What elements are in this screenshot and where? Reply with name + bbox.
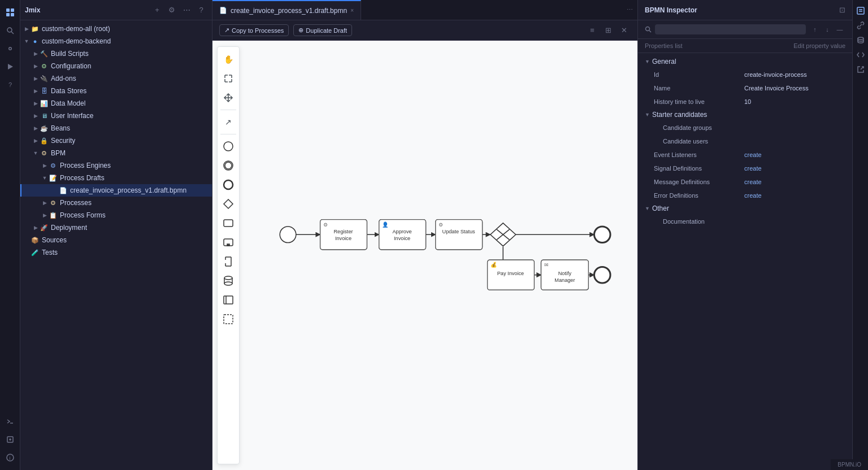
search-prev-button[interactable]: ↑ bbox=[809, 24, 821, 35]
settings-button[interactable]: ⚙ bbox=[166, 4, 178, 16]
section-chevron-general: ▼ bbox=[645, 59, 650, 64]
chevron-icon: ▶ bbox=[32, 75, 40, 82]
end-event-top[interactable] bbox=[594, 227, 610, 243]
close-canvas-button[interactable]: ✕ bbox=[617, 24, 631, 37]
tab-create-invoice[interactable]: 📄 create_invoice_process_v1.draft.bpmn × bbox=[212, 0, 361, 20]
sidebar-icon-deploy[interactable] bbox=[2, 432, 18, 447]
code-icon[interactable] bbox=[854, 49, 867, 61]
tree-item-configuration[interactable]: ▶ ⚙ Configuration bbox=[20, 60, 212, 72]
section-starter-candidates[interactable]: ▼ Starter candidates bbox=[638, 108, 852, 121]
diagram-area[interactable]: ⚙ Register Register Invoice 👤 Approve Ap… bbox=[245, 41, 637, 470]
tree-item-data-stores[interactable]: ▶ 🗄 Data Stores bbox=[20, 85, 212, 97]
tab-close-button[interactable]: × bbox=[350, 7, 354, 14]
grid-view-button[interactable]: ⊞ bbox=[601, 24, 615, 37]
tree-item-custom-demo-backend[interactable]: ▼ ● custom-demo-backend bbox=[20, 35, 212, 47]
tree-item-process-drafts[interactable]: ▼ 📝 Process Drafts bbox=[20, 172, 212, 184]
inspector-expand-icon[interactable]: ⊡ bbox=[839, 6, 845, 14]
tree-item-label: Deployment bbox=[51, 224, 87, 232]
tool-task[interactable] bbox=[219, 214, 237, 232]
inspector-search-input[interactable] bbox=[655, 24, 806, 34]
svg-point-38 bbox=[224, 276, 232, 280]
chevron-icon: ▶ bbox=[32, 87, 40, 95]
tab-overflow-button[interactable]: ⋯ bbox=[622, 6, 637, 14]
prop-message-definitions-row: Message Definitions create bbox=[638, 175, 852, 189]
link-icon[interactable] bbox=[854, 19, 867, 32]
tool-marquee[interactable] bbox=[219, 310, 237, 328]
sidebar-icon-terminal[interactable] bbox=[2, 414, 18, 429]
svg-line-93 bbox=[649, 31, 651, 32]
help-button[interactable]: ? bbox=[195, 4, 207, 16]
svg-text:👤: 👤 bbox=[382, 221, 389, 228]
processes-icon: ⚙ bbox=[49, 198, 58, 207]
sidebar-icon-run[interactable] bbox=[2, 59, 18, 75]
prop-message-definitions-link[interactable]: create bbox=[744, 179, 762, 185]
prop-signal-definitions-label: Signal Definitions bbox=[654, 165, 744, 172]
external-link-icon[interactable] bbox=[854, 63, 867, 76]
tool-move[interactable] bbox=[219, 89, 237, 107]
svg-rect-2 bbox=[6, 13, 10, 16]
search-next-button[interactable]: ↓ bbox=[822, 24, 833, 35]
tool-hand[interactable]: ✋ bbox=[219, 50, 237, 68]
tree-item-addons[interactable]: ▶ 🔌 Add-ons bbox=[20, 72, 212, 85]
tree-item-bpm[interactable]: ▼ ⚙ BPM bbox=[20, 147, 212, 159]
tree-item-process-engines[interactable]: ▶ ⚙ Process Engines bbox=[20, 159, 212, 172]
svg-text:💰: 💰 bbox=[491, 262, 497, 268]
tree-item-create-invoice-bpmn[interactable]: 📄 create_invoice_process_v1.draft.bpmn bbox=[20, 184, 212, 197]
tool-start-event[interactable] bbox=[219, 137, 237, 155]
prop-event-listeners-link[interactable]: create bbox=[744, 151, 762, 158]
tree-item-user-interface[interactable]: ▶ 🖥 User Interface bbox=[20, 110, 212, 122]
tree-sidebar: Jmix + ⚙ ⋯ ? ▶ 📁 custom-demo-all (root) … bbox=[20, 0, 212, 470]
more-button[interactable]: ⋯ bbox=[180, 4, 193, 16]
chevron-icon: ▶ bbox=[41, 211, 49, 219]
tree-item-security[interactable]: ▶ 🔒 Security bbox=[20, 134, 212, 147]
tree-item-data-model[interactable]: ▶ 📊 Data Model bbox=[20, 97, 212, 110]
tool-annotation[interactable] bbox=[219, 253, 237, 271]
tool-intermediate-event[interactable] bbox=[219, 156, 237, 175]
search-close-button[interactable]: — bbox=[834, 24, 845, 35]
tree-item-process-forms[interactable]: ▶ 📋 Process Forms bbox=[20, 209, 212, 221]
prop-error-definitions-link[interactable]: create bbox=[744, 192, 762, 199]
props-header: Properties list Edit property value bbox=[638, 39, 852, 53]
bpmn-canvas[interactable]: ✋ ↗ bbox=[212, 41, 637, 470]
end-event-bottom[interactable] bbox=[594, 267, 610, 283]
sidebar-icon-explorer[interactable] bbox=[2, 5, 18, 20]
section-other[interactable]: ▼ Other bbox=[638, 202, 852, 215]
tool-data-store[interactable] bbox=[219, 272, 237, 290]
svg-rect-0 bbox=[6, 8, 10, 12]
tree-item-beans[interactable]: ▶ ☕ Beans bbox=[20, 122, 212, 134]
tool-lasso[interactable] bbox=[219, 69, 237, 88]
prop-candidate-users-label: Candidate users bbox=[663, 138, 744, 145]
add-button[interactable]: + bbox=[151, 4, 163, 16]
sidebar-icon-settings[interactable] bbox=[2, 41, 18, 56]
tree-item-sources[interactable]: 📦 Sources bbox=[20, 234, 212, 246]
tool-connect[interactable]: ↗ bbox=[219, 113, 237, 131]
sidebar-icon-help[interactable]: ? bbox=[2, 77, 18, 93]
tree-item-deployment[interactable]: ▶ 🚀 Deployment bbox=[20, 221, 212, 234]
copy-to-processes-button[interactable]: ↗ Copy to Processes bbox=[219, 24, 289, 36]
chevron-placeholder bbox=[23, 249, 31, 256]
duplicate-draft-button[interactable]: ⊕ Duplicate Draft bbox=[293, 24, 352, 36]
prop-id-value: create-invoice-process bbox=[744, 71, 845, 78]
list-view-button[interactable]: ≡ bbox=[585, 24, 599, 37]
tool-gateway[interactable] bbox=[219, 195, 237, 213]
svg-point-92 bbox=[646, 27, 650, 31]
start-event[interactable] bbox=[280, 227, 296, 243]
tree-item-processes[interactable]: ▶ ⚙ Processes bbox=[20, 197, 212, 209]
tree-item-build-scripts[interactable]: ▶ 🔨 Build Scripts bbox=[20, 47, 212, 60]
main-area: 📄 create_invoice_process_v1.draft.bpmn ×… bbox=[212, 0, 637, 470]
tool-subprocess[interactable] bbox=[219, 233, 237, 251]
tree-item-tests[interactable]: 🧪 Tests bbox=[20, 246, 212, 259]
chevron-icon: ▶ bbox=[23, 25, 31, 33]
forms-icon: 📋 bbox=[49, 211, 58, 220]
inspector-icon[interactable] bbox=[854, 5, 867, 17]
tool-palette: ✋ ↗ bbox=[217, 46, 240, 464]
tree-item-label: Processes bbox=[60, 199, 92, 207]
sidebar-icon-info[interactable]: i bbox=[2, 450, 18, 465]
tool-end-event[interactable] bbox=[219, 176, 237, 194]
tree-item-custom-demo-all[interactable]: ▶ 📁 custom-demo-all (root) bbox=[20, 23, 212, 35]
tool-pool[interactable] bbox=[219, 291, 237, 309]
sidebar-icon-search[interactable] bbox=[2, 23, 18, 38]
prop-signal-definitions-link[interactable]: create bbox=[744, 165, 762, 172]
database-icon[interactable] bbox=[854, 34, 867, 46]
section-general[interactable]: ▼ General bbox=[638, 55, 852, 68]
